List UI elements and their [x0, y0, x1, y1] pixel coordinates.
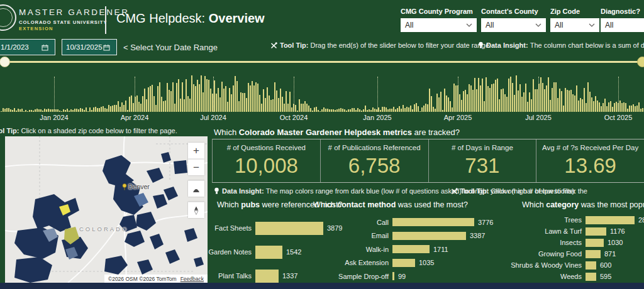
timeline-gridline	[294, 77, 294, 112]
bar[interactable]	[586, 239, 604, 247]
calendar-icon	[42, 44, 48, 51]
histogram-bar	[550, 100, 551, 112]
map-zoom-out-button[interactable]: −	[188, 159, 204, 175]
logo: MASTER GARDENER COLORADO STATE UNIVERSIT…	[19, 8, 130, 31]
histogram-bar	[599, 102, 600, 112]
histogram-bar	[44, 109, 45, 112]
histogram-bar	[174, 104, 175, 112]
kpi-card-value: 731	[465, 154, 499, 178]
histogram-bar	[561, 91, 562, 112]
histogram-bar	[161, 97, 162, 112]
bar[interactable]	[392, 259, 415, 267]
filter-dropdown[interactable]: All	[601, 18, 644, 32]
map-pitch-button[interactable]	[188, 180, 204, 197]
bar[interactable]	[392, 218, 474, 226]
bar-value-label: 1337	[279, 272, 297, 280]
histogram-bar	[272, 99, 274, 112]
histogram-bar	[6, 108, 8, 112]
map-zoom-in-button[interactable]: +	[188, 143, 204, 159]
bar[interactable]	[586, 216, 635, 224]
histogram-bar	[4, 109, 6, 112]
filter-cmg-county-program: CMG County ProgramAll	[401, 8, 477, 32]
bar[interactable]	[586, 227, 606, 236]
histogram-bar	[282, 97, 283, 112]
histogram-bar	[52, 109, 53, 112]
date-slider-track[interactable]	[0, 61, 644, 63]
filter-dropdown[interactable]: All	[550, 18, 599, 32]
histogram-bar	[384, 107, 385, 112]
histogram-bar	[121, 102, 123, 112]
histogram-bar	[576, 85, 577, 112]
histogram-bar	[233, 85, 234, 112]
histogram-bar	[429, 89, 430, 112]
histogram-bar	[208, 80, 209, 112]
histogram-bar	[642, 108, 643, 112]
map-feedback-link[interactable]: Feedback	[180, 276, 204, 282]
histogram-bar	[16, 111, 17, 112]
filter-dropdown[interactable]: All	[481, 18, 546, 32]
date-slider-handle-right[interactable]	[637, 57, 644, 67]
histogram-bar	[276, 90, 277, 112]
histogram-bar	[629, 106, 630, 112]
histogram-bar	[289, 92, 291, 112]
histogram-bar	[467, 94, 468, 112]
logo-badge: EXTENSION	[19, 26, 130, 31]
histogram-bar	[442, 110, 443, 112]
contact-title-suffix: was used the most?	[396, 200, 468, 209]
logo-title: MASTER GARDENER	[19, 8, 130, 17]
histogram-bar	[270, 100, 272, 112]
bar[interactable]	[586, 273, 596, 281]
zip-code-choropleth-map[interactable]: Denver COLORADO + − ©2026 OSM ©2026 TomT…	[5, 136, 208, 283]
histogram-bar	[512, 83, 513, 112]
histogram-bar	[27, 111, 28, 112]
histogram-bar	[455, 85, 457, 112]
histogram-bar	[391, 109, 392, 112]
histogram-bar	[410, 106, 411, 112]
histogram-bar	[408, 107, 409, 112]
bar[interactable]	[586, 261, 596, 270]
bar-category-label: Ask Extension	[314, 259, 392, 266]
histogram-bar	[552, 88, 553, 112]
histogram-bar	[401, 109, 402, 112]
histogram-bar	[536, 89, 538, 112]
bar[interactable]	[255, 270, 279, 283]
map-compass-button[interactable]	[188, 202, 204, 218]
date-start-input[interactable]: 1/1/2023	[0, 39, 55, 55]
bar[interactable]	[586, 250, 601, 258]
date-end-input[interactable]: 10/31/2025	[62, 39, 117, 55]
histogram-bar	[635, 106, 636, 112]
histogram-bar	[253, 85, 255, 112]
histogram-bar	[502, 89, 504, 112]
histogram-bar	[589, 92, 591, 112]
histogram-bar	[406, 107, 408, 112]
histogram-bar	[367, 110, 368, 112]
bar[interactable]	[392, 232, 466, 240]
histogram-bar	[299, 99, 300, 112]
histogram-bar	[267, 87, 268, 112]
bar[interactable]	[392, 245, 430, 253]
histogram-bar	[544, 89, 545, 112]
bar-value-label: 595	[596, 273, 611, 280]
page-title: CMG Helpdesk: Overview	[116, 11, 265, 26]
histogram-bar	[206, 79, 208, 112]
bar[interactable]	[255, 222, 323, 235]
histogram-bar	[18, 109, 19, 112]
timeline-gridline	[618, 77, 619, 112]
contact-chart-title: Which contact method was used the most?	[313, 200, 468, 209]
histogram-bar	[582, 99, 583, 112]
histogram-bar	[10, 109, 11, 112]
kpi-card-label: # of Questions Received	[227, 144, 306, 151]
bar[interactable]	[255, 246, 282, 259]
date-slider-handle-left[interactable]	[0, 57, 10, 67]
histogram-bar	[491, 84, 492, 112]
kpi-card: Avg # of ?s Received Per Day13.69	[536, 139, 644, 182]
histogram-bar	[546, 85, 547, 112]
zoom-out-icon: −	[193, 161, 199, 174]
filter-contact-s-county: Contact's CountyAll	[481, 8, 546, 32]
histogram-bar	[506, 97, 508, 112]
histogram-bar	[418, 106, 419, 112]
histogram-bar	[572, 94, 574, 112]
histogram-bar	[419, 111, 421, 112]
daily-questions-column-chart[interactable]	[0, 75, 644, 112]
filter-dropdown[interactable]: All	[401, 18, 477, 32]
